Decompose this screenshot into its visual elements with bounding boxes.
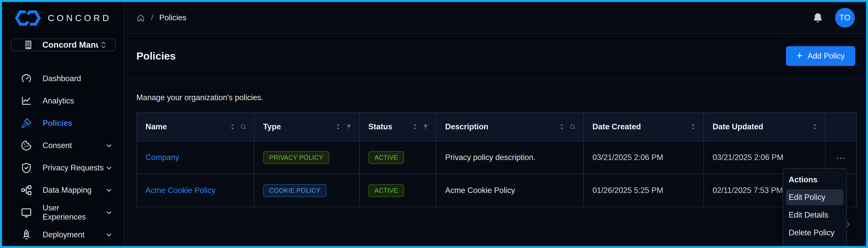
column-header-date-created: Date Created xyxy=(584,113,704,141)
main-content: / Policies TO Policies + Add Policy Mana xyxy=(124,2,866,246)
rocket-icon xyxy=(20,229,32,241)
home-icon[interactable] xyxy=(136,13,145,22)
chevron-down-icon xyxy=(104,141,114,150)
page-header: Policies + Add Policy xyxy=(124,34,866,79)
sort-icon[interactable] xyxy=(335,123,341,131)
user-avatar[interactable]: TO xyxy=(835,8,855,28)
sort-icon[interactable] xyxy=(558,123,565,131)
sidebar-item-label: Consent xyxy=(42,141,104,150)
menu-item-delete-policy[interactable]: Delete Policy xyxy=(786,225,843,241)
column-label: Description xyxy=(445,122,558,131)
sidebar-item-analytics[interactable]: Analytics xyxy=(2,90,124,112)
date-updated: 03/21/2025 2:06 PM xyxy=(713,153,783,162)
policy-description: Privacy policy description. xyxy=(445,153,536,162)
line-chart-icon xyxy=(20,95,32,107)
organization-selector[interactable]: Concord Manual ... xyxy=(11,38,116,51)
menu-item-edit-details[interactable]: Edit Details xyxy=(786,207,843,223)
sidebar-nav: Dashboard Analytics Policies xyxy=(2,67,124,246)
table-row: Company PRIVACY POLICY ACTIVE Privacy po… xyxy=(137,141,856,174)
gauge-icon xyxy=(20,73,32,85)
gavel-icon xyxy=(20,117,32,129)
column-label: Status xyxy=(368,122,412,131)
column-header-status: Status xyxy=(360,113,437,141)
status-badge: ACTIVE xyxy=(368,151,404,164)
date-created: 03/21/2025 2:06 PM xyxy=(592,153,663,162)
column-header-type: Type xyxy=(254,113,360,141)
policies-table: Name Type xyxy=(136,112,857,207)
organization-name: Concord Manual ... xyxy=(42,40,98,50)
sidebar-item-label: Policies xyxy=(42,119,114,128)
date-updated: 02/11/2025 7:53 PM xyxy=(713,186,783,195)
sidebar-item-deployment[interactable]: Deployment xyxy=(2,224,124,246)
topbar-actions: TO xyxy=(812,8,855,28)
sidebar-item-user-experiences[interactable]: User Experiences xyxy=(2,202,124,224)
shield-check-icon xyxy=(20,162,32,174)
brand-logo: CONCORD xyxy=(2,2,124,34)
chevrons-up-down-icon xyxy=(98,40,108,50)
building-icon xyxy=(23,39,34,50)
table-header-row: Name Type xyxy=(137,113,856,141)
add-policy-label: Add Policy xyxy=(808,52,845,61)
sidebar-item-dashboard[interactable]: Dashboard xyxy=(2,67,124,90)
breadcrumb-current: Policies xyxy=(159,13,186,22)
column-label: Name xyxy=(146,122,229,131)
menu-item-edit-policy[interactable]: Edit Policy xyxy=(786,189,843,205)
notifications-bell-icon[interactable] xyxy=(812,12,824,23)
sidebar-item-policies[interactable]: Policies xyxy=(2,112,124,134)
column-header-name: Name xyxy=(137,113,254,141)
search-icon[interactable] xyxy=(240,123,247,130)
sidebar-item-label: Deployment xyxy=(42,230,104,239)
topbar: / Policies TO xyxy=(124,2,866,34)
sidebar: CONCORD Concord Manual ... xyxy=(2,2,124,246)
chevron-down-icon xyxy=(104,163,114,173)
network-icon xyxy=(20,184,32,196)
policy-type-badge: PRIVACY POLICY xyxy=(263,151,329,164)
sidebar-item-label: Dashboard xyxy=(42,74,114,83)
brand-name: CONCORD xyxy=(48,13,112,23)
sidebar-item-label: User Experiences xyxy=(42,204,104,222)
sidebar-item-label: Data Mapping xyxy=(42,186,104,195)
app-window: CONCORD Concord Manual ... xyxy=(0,0,868,248)
sidebar-item-label: Analytics xyxy=(42,96,114,105)
column-header-date-updated: Date Updated xyxy=(704,113,826,141)
page-title: Policies xyxy=(136,50,176,62)
column-label: Date Created xyxy=(592,122,690,131)
policy-name-link[interactable]: Acme Cookie Policy xyxy=(146,186,215,195)
sidebar-item-privacy-requests[interactable]: Privacy Requests xyxy=(2,157,124,179)
actions-menu-title: Actions xyxy=(786,173,843,189)
breadcrumb: / Policies xyxy=(136,13,186,22)
monitor-icon xyxy=(20,207,32,218)
sidebar-item-label: Privacy Requests xyxy=(42,163,104,173)
sort-icon[interactable] xyxy=(690,123,696,131)
column-header-actions xyxy=(826,113,856,141)
filter-icon[interactable] xyxy=(422,123,429,130)
sort-icon[interactable] xyxy=(229,123,236,131)
sort-icon[interactable] xyxy=(811,123,818,131)
chevron-down-icon xyxy=(104,186,114,195)
policy-name-link[interactable]: Company xyxy=(146,153,179,162)
add-policy-button[interactable]: + Add Policy xyxy=(786,46,855,66)
table-row: Acme Cookie Policy COOKIE POLICY ACTIVE … xyxy=(137,174,856,207)
sort-icon[interactable] xyxy=(412,123,418,131)
breadcrumb-separator: / xyxy=(151,13,153,22)
concord-logo-icon xyxy=(14,10,41,26)
policy-description: Acme Cookie Policy xyxy=(445,186,515,195)
column-label: Type xyxy=(263,122,335,131)
column-label: Date Updated xyxy=(713,122,811,131)
row-actions-menu: Actions Edit Policy Edit Details Delete … xyxy=(782,168,847,248)
plus-icon: + xyxy=(797,51,802,61)
date-created: 01/26/2025 5:25 PM xyxy=(592,186,663,195)
chevron-down-icon xyxy=(104,230,114,239)
cookie-icon xyxy=(20,140,32,151)
search-icon[interactable] xyxy=(569,123,576,130)
filter-icon[interactable] xyxy=(345,123,352,130)
page-subtitle: Manage your organization's policies. xyxy=(124,79,866,102)
status-badge: ACTIVE xyxy=(368,184,404,197)
column-header-description: Description xyxy=(437,113,584,141)
sidebar-item-consent[interactable]: Consent xyxy=(2,134,124,157)
sidebar-item-data-mapping[interactable]: Data Mapping xyxy=(2,179,124,202)
chevron-down-icon xyxy=(104,208,114,217)
row-actions-ellipsis-icon[interactable]: ··· xyxy=(836,153,846,162)
policy-type-badge: COOKIE POLICY xyxy=(263,184,327,197)
